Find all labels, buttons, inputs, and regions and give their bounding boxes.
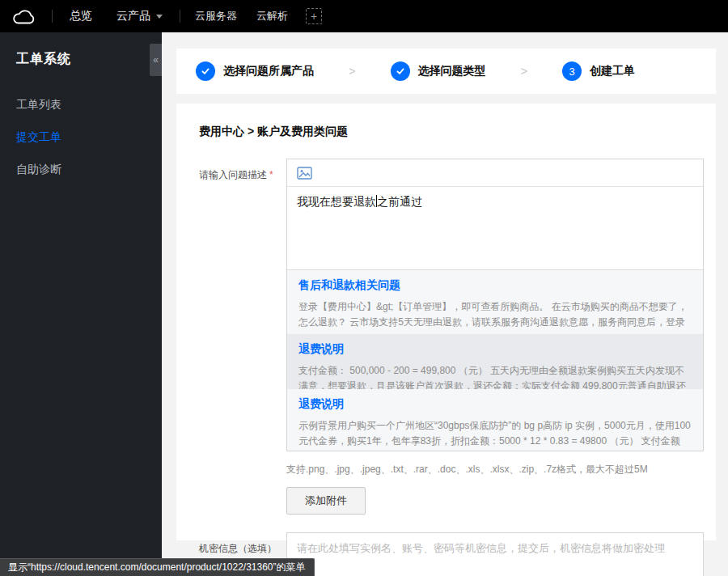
step-label: 选择问题所属产品 <box>223 64 314 78</box>
sidebar: 工单系统 « 工单列表 提交工单 自助诊断 <box>0 32 162 576</box>
nav-item-overview[interactable]: 总览 <box>57 0 104 32</box>
description-editor: 我现在想要退款之前通过 售后和退款相关问题 登录【费用中心】&gt;【订单管理】… <box>286 159 704 451</box>
add-shortcut-button[interactable]: + <box>306 8 322 24</box>
step-create-ticket: 3 创建工单 <box>562 61 635 81</box>
suggestion-item[interactable]: 退费说明 支付金额： 500,000 - 200 = 499,800 （元） 五… <box>287 334 703 389</box>
collapse-arrows-icon: « <box>153 54 159 66</box>
typed-text: 之前通过 <box>377 195 422 208</box>
step-done-circle <box>196 61 215 81</box>
step-label: 创建工单 <box>590 64 635 78</box>
step-separator-icon: > <box>314 65 391 78</box>
suggestion-snippet: 示例背景用户购买一个广州地区“30gbps保底防护”的 bg p高防 ip 实例… <box>298 418 692 449</box>
sidebar-collapse-button[interactable]: « <box>150 44 162 76</box>
nav-item-cvm[interactable]: 云服务器 <box>185 0 247 32</box>
ticket-form-card: 费用中心 > 账户及费用类问题 请输入问题描述* <box>176 104 716 540</box>
check-icon <box>201 66 210 76</box>
nav-item-dns[interactable]: 云解析 <box>247 0 298 32</box>
sidebar-item-submit-ticket[interactable]: 提交工单 <box>0 121 162 154</box>
check-icon <box>396 66 405 76</box>
sidebar-item-ticket-list[interactable]: 工单列表 <box>0 89 162 121</box>
description-field: 我现在想要退款之前通过 售后和退款相关问题 登录【费用中心】&gt;【订单管理】… <box>286 159 704 515</box>
add-attachment-button[interactable]: 添加附件 <box>286 487 366 515</box>
suggestion-snippet: 登录【费用中心】&gt;【订单管理】，即可查看所购商品。 在云市场购买的商品不想… <box>298 299 692 330</box>
image-icon <box>297 167 312 180</box>
steps-bar: 选择问题所属产品 > 选择问题类型 > 3 创建工单 <box>176 49 716 94</box>
description-row: 请输入问题描述* 我现在想要退款之前通过 <box>199 159 704 515</box>
description-input[interactable]: 我现在想要退款之前通过 <box>287 187 703 269</box>
category-breadcrumb: 费用中心 > 账户及费用类问题 <box>199 125 704 139</box>
step-label: 选择问题类型 <box>418 64 486 78</box>
suggestion-panel: 售后和退款相关问题 登录【费用中心】&gt;【订单管理】，即可查看所购商品。 在… <box>287 269 703 451</box>
tencent-cloud-logo-icon[interactable] <box>0 0 47 32</box>
plus-icon: + <box>311 10 317 23</box>
suggestion-item[interactable]: 售后和退款相关问题 登录【费用中心】&gt;【订单管理】，即可查看所购商品。 在… <box>287 270 703 334</box>
nav-item-label: 云产品 <box>116 9 150 23</box>
step-select-product: 选择问题所属产品 <box>196 61 314 81</box>
sidebar-item-self-diagnosis[interactable]: 自助诊断 <box>0 154 162 186</box>
suggestion-title-link[interactable]: 退费说明 <box>298 397 692 412</box>
sidebar-menu: 工单列表 提交工单 自助诊断 <box>0 89 162 186</box>
typed-text: 我现在想要退款 <box>297 195 376 208</box>
step-separator-icon: > <box>486 65 563 78</box>
description-label-text: 请输入问题描述 <box>199 169 267 180</box>
nav-item-cloud-products[interactable]: 云产品 <box>104 0 175 32</box>
step-done-circle <box>391 61 410 81</box>
topnav-divider <box>52 10 53 23</box>
browser-status-bar: 显示“https://cloud.tencent.com/document/pr… <box>0 558 315 576</box>
required-mark: * <box>269 169 273 180</box>
insert-image-button[interactable] <box>297 167 312 180</box>
suggestion-title-link[interactable]: 售后和退款相关问题 <box>298 278 692 293</box>
top-navbar: 总览 云产品 云服务器 云解析 + <box>0 0 728 32</box>
description-label: 请输入问题描述* <box>199 159 286 515</box>
main-content: 选择问题所属产品 > 选择问题类型 > 3 创建工单 费用中心 > 账户及费用类… <box>162 32 728 576</box>
suggestion-title-link[interactable]: 退费说明 <box>298 342 692 357</box>
step-number-circle: 3 <box>562 61 582 81</box>
secret-field <box>286 532 704 576</box>
suggestion-snippet: 支付金额： 500,000 - 200 = 499,800 （元） 五天内无理由… <box>298 363 692 389</box>
attachment-format-hint: 支持.png、.jpg、.jpeg、.txt、.rar、.doc、.xls、.x… <box>286 463 704 476</box>
step-select-type: 选择问题类型 <box>391 61 486 81</box>
cloud-icon <box>11 6 36 26</box>
caret-down-icon <box>156 15 163 19</box>
sidebar-title: 工单系统 <box>0 32 162 89</box>
suggestion-item[interactable]: 退费说明 示例背景用户购买一个广州地区“30gbps保底防护”的 bg p高防 … <box>287 389 703 451</box>
secret-input[interactable] <box>286 532 704 576</box>
topnav-divider <box>180 10 180 23</box>
editor-toolbar <box>287 159 703 187</box>
